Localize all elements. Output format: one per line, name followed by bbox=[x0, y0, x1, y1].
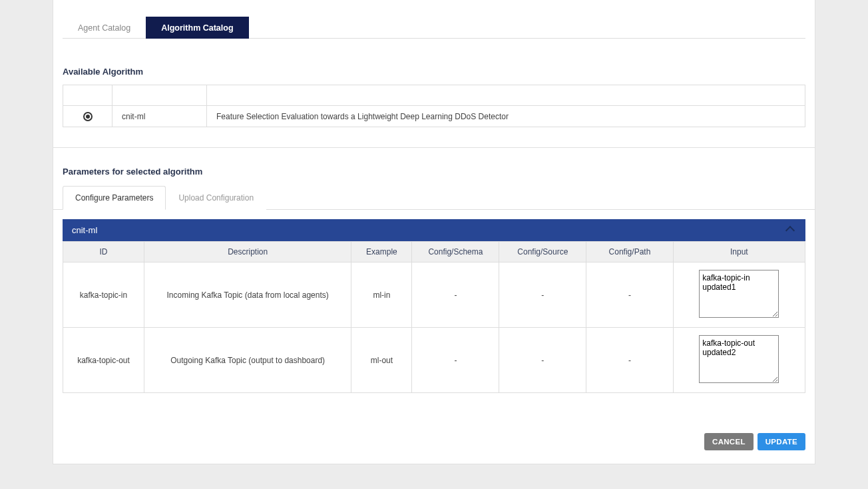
algorithm-description: Feature Selection Evaluation towards a L… bbox=[207, 106, 805, 127]
tab-algorithm-catalog[interactable]: Algorithm Catalog bbox=[146, 17, 248, 39]
col-example: Example bbox=[351, 242, 412, 262]
col-description: Description bbox=[144, 242, 351, 262]
col-path: Config/Path bbox=[586, 242, 673, 262]
update-button[interactable]: UPDATE bbox=[758, 433, 805, 450]
param-path: - bbox=[586, 262, 673, 328]
param-example: ml-out bbox=[351, 328, 412, 393]
parameter-tabs: Configure Parameters Upload Configuratio… bbox=[63, 186, 805, 210]
tab-upload-configuration[interactable]: Upload Configuration bbox=[166, 186, 266, 210]
parameter-row: kafka-topic-out Outgoing Kafka Topic (ou… bbox=[63, 328, 805, 393]
param-schema: - bbox=[412, 328, 499, 393]
available-algorithm-heading: Available Algorithm bbox=[63, 67, 805, 77]
footer-actions: CANCEL UPDATE bbox=[53, 393, 815, 464]
param-example: ml-in bbox=[351, 262, 412, 328]
param-input[interactable] bbox=[699, 335, 779, 383]
accordion-header[interactable]: cnit-ml bbox=[63, 219, 805, 241]
parameters-header-row: ID Description Example Config/Schema Con… bbox=[63, 242, 805, 262]
col-id: ID bbox=[63, 242, 144, 262]
parameters-heading: Parameters for selected algorithm bbox=[63, 167, 805, 177]
algorithm-col-description bbox=[207, 85, 805, 106]
col-input: Input bbox=[673, 242, 805, 262]
cancel-button[interactable]: CANCEL bbox=[704, 433, 754, 450]
algorithm-row[interactable]: cnit-ml Feature Selection Evaluation tow… bbox=[63, 106, 805, 127]
tab-configure-parameters[interactable]: Configure Parameters bbox=[63, 186, 166, 210]
algorithm-name: cnit-ml bbox=[112, 106, 207, 127]
algorithm-table: cnit-ml Feature Selection Evaluation tow… bbox=[63, 85, 805, 127]
parameters-table: ID Description Example Config/Schema Con… bbox=[63, 241, 805, 393]
param-id: kafka-topic-out bbox=[63, 328, 144, 393]
param-source: - bbox=[499, 262, 586, 328]
algorithm-radio[interactable] bbox=[83, 112, 93, 121]
param-id: kafka-topic-in bbox=[63, 262, 144, 328]
algorithm-col-name bbox=[112, 85, 207, 106]
param-desc: Outgoing Kafka Topic (output to dashboar… bbox=[144, 328, 351, 393]
parameter-row: kafka-topic-in Incoming Kafka Topic (dat… bbox=[63, 262, 805, 328]
catalog-tabs: Agent Catalog Algorithm Catalog bbox=[63, 0, 805, 39]
radio-checked-icon bbox=[86, 115, 90, 119]
section-divider bbox=[53, 147, 815, 148]
param-path: - bbox=[586, 328, 673, 393]
tab-agent-catalog[interactable]: Agent Catalog bbox=[63, 17, 146, 39]
param-desc: Incoming Kafka Topic (data from local ag… bbox=[144, 262, 351, 328]
param-source: - bbox=[499, 328, 586, 393]
algorithm-col-select bbox=[63, 85, 112, 106]
col-source: Config/Source bbox=[499, 242, 586, 262]
accordion-title: cnit-ml bbox=[72, 225, 97, 235]
algorithm-table-header-row bbox=[63, 85, 805, 106]
param-schema: - bbox=[412, 262, 499, 328]
param-input[interactable] bbox=[699, 270, 779, 318]
col-schema: Config/Schema bbox=[412, 242, 499, 262]
chevron-up-icon bbox=[785, 225, 795, 235]
